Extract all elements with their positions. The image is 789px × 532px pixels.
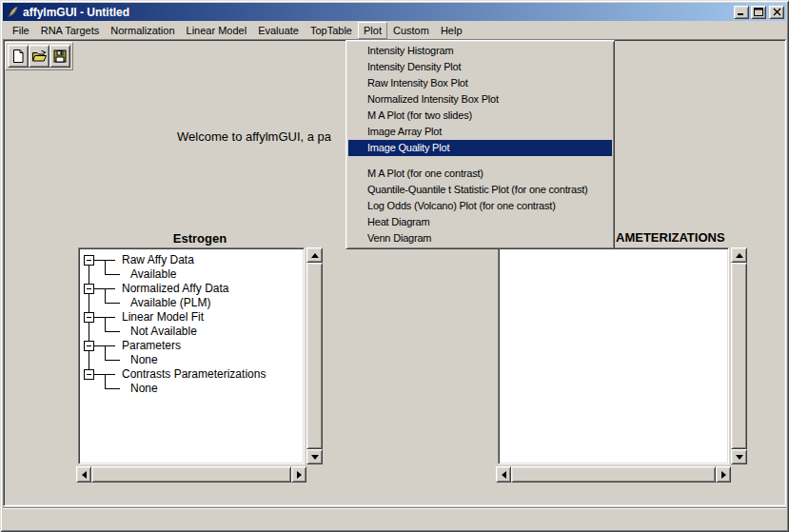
- scroll-thumb[interactable]: [731, 263, 747, 449]
- menu-custom[interactable]: Custom: [387, 22, 435, 39]
- menu-item-image-quality-plot[interactable]: Image Quality Plot: [348, 140, 612, 156]
- tree-node-label[interactable]: Raw Affy Data: [122, 253, 194, 267]
- menu-item-intensity-histogram[interactable]: Intensity Histogram: [348, 43, 612, 59]
- scroll-left-button[interactable]: [76, 466, 91, 483]
- scroll-thumb[interactable]: [511, 466, 716, 483]
- tree-expand-box[interactable]: [84, 369, 94, 380]
- new-file-button[interactable]: [8, 45, 29, 68]
- app-window: affylmGUI - Untitled File RNA Targets No…: [0, 0, 789, 532]
- scroll-thumb[interactable]: [306, 263, 323, 449]
- status-tree-listbox[interactable]: Raw Affy Data Available Normalized Affy …: [78, 247, 305, 464]
- menu-item-image-array-plot[interactable]: Image Array Plot: [348, 124, 612, 140]
- menu-toptable[interactable]: TopTable: [305, 22, 358, 39]
- menu-item-venn-diagram[interactable]: Venn Diagram: [348, 230, 612, 246]
- menu-item-ma-plot-two-slides[interactable]: M A Plot (for two slides): [348, 108, 612, 124]
- tree-line: [105, 288, 106, 303]
- arrow-right-icon: [297, 471, 302, 479]
- menu-normalization[interactable]: Normalization: [105, 22, 180, 39]
- welcome-text: Welcome to affylmGUI, a pa: [177, 129, 331, 144]
- menu-plot[interactable]: Plot: [358, 22, 387, 39]
- left-horizontal-scrollbar[interactable]: [76, 466, 306, 483]
- arrow-left-icon: [502, 471, 506, 479]
- new-document-icon: [10, 49, 26, 64]
- menu-item-raw-intensity-box-plot[interactable]: Raw Intensity Box Plot: [348, 75, 612, 91]
- scroll-left-button[interactable]: [496, 466, 511, 483]
- tree-line: [105, 360, 120, 361]
- maximize-icon: [754, 8, 763, 16]
- window-title: affylmGUI - Untitled: [23, 6, 732, 19]
- scroll-down-button[interactable]: [731, 449, 747, 464]
- maximize-button[interactable]: [751, 6, 766, 19]
- open-folder-icon: [31, 49, 48, 64]
- tree-expand-box[interactable]: [84, 312, 94, 323]
- tree-node-status[interactable]: None: [130, 382, 158, 396]
- arrow-left-icon: [82, 471, 87, 479]
- menu-item-log-odds-volcano-plot[interactable]: Log Odds (Volcano) Plot (for one contras…: [348, 198, 612, 214]
- menu-linear-model[interactable]: Linear Model: [181, 22, 253, 39]
- right-vertical-scrollbar[interactable]: [731, 247, 747, 464]
- tree-line: [105, 388, 120, 389]
- menu-help[interactable]: Help: [435, 22, 468, 39]
- tree-line: [105, 317, 106, 331]
- menu-item-intensity-density-plot[interactable]: Intensity Density Plot: [348, 59, 612, 75]
- arrow-up-icon: [311, 253, 319, 258]
- left-panel-title: Estrogen: [76, 231, 324, 246]
- feather-icon: [6, 5, 20, 19]
- menu-file[interactable]: File: [7, 22, 35, 39]
- tree-node-label[interactable]: Linear Model Fit: [122, 310, 204, 325]
- titlebar[interactable]: affylmGUI - Untitled: [3, 3, 786, 21]
- tree-node-status[interactable]: Not Available: [130, 325, 197, 339]
- status-bar: [3, 507, 786, 526]
- tree-node-status[interactable]: None: [130, 353, 158, 367]
- status-tree: Raw Affy Data Available Normalized Affy …: [81, 250, 302, 462]
- arrow-up-icon: [736, 253, 743, 258]
- tree-node-label[interactable]: Contrasts Parameterizations: [122, 367, 266, 382]
- menubar: File RNA Targets Normalization Linear Mo…: [3, 21, 786, 39]
- scroll-up-button[interactable]: [731, 247, 747, 263]
- minimize-button[interactable]: [734, 6, 749, 19]
- tree-expand-box[interactable]: [84, 255, 94, 266]
- tree-node-label[interactable]: Parameters: [122, 339, 181, 353]
- tree-expand-box[interactable]: [84, 341, 94, 351]
- tree-node-status[interactable]: Available: [130, 267, 176, 282]
- tree-line: [105, 303, 120, 304]
- tree-line: [105, 331, 120, 332]
- tree-line: [105, 345, 106, 360]
- right-horizontal-scrollbar[interactable]: [496, 466, 731, 483]
- toolbar: [5, 42, 73, 70]
- tree-line: [105, 274, 120, 275]
- arrow-down-icon: [736, 455, 743, 460]
- close-button[interactable]: [769, 6, 784, 19]
- scroll-up-button[interactable]: [306, 247, 323, 263]
- save-file-button[interactable]: [49, 45, 70, 68]
- scroll-thumb[interactable]: [91, 466, 291, 483]
- scroll-right-button[interactable]: [291, 466, 306, 483]
- minimize-icon: [737, 8, 746, 16]
- close-icon: [773, 8, 781, 16]
- arrow-right-icon: [721, 471, 726, 479]
- scroll-right-button[interactable]: [716, 466, 731, 483]
- menu-item-heat-diagram[interactable]: Heat Diagram: [348, 214, 612, 230]
- menu-item-ma-plot-one-contrast[interactable]: M A Plot (for one contrast): [348, 166, 612, 182]
- left-vertical-scrollbar[interactable]: [306, 247, 323, 464]
- menu-item-qq-t-statistic-plot[interactable]: Quantile-Quantile t Statistic Plot (for …: [348, 182, 612, 198]
- save-floppy-icon: [52, 49, 68, 64]
- menu-separator: [348, 156, 612, 166]
- tree-node-label[interactable]: Normalized Affy Data: [122, 282, 229, 296]
- tree-node-status[interactable]: Available (PLM): [130, 296, 210, 310]
- tree-line: [105, 260, 106, 274]
- scroll-down-button[interactable]: [306, 449, 323, 464]
- menu-rna-targets[interactable]: RNA Targets: [35, 22, 106, 39]
- open-file-button[interactable]: [29, 45, 49, 68]
- tree-expand-box[interactable]: [84, 284, 94, 294]
- menu-item-normalized-intensity-box-plot[interactable]: Normalized Intensity Box Plot: [348, 91, 612, 108]
- arrow-down-icon: [311, 455, 319, 460]
- menu-evaluate[interactable]: Evaluate: [252, 22, 305, 39]
- right-panel-title: AMETERIZATIONS: [616, 230, 725, 245]
- contrasts-listbox[interactable]: [498, 247, 729, 464]
- plot-dropdown-menu: Intensity Histogram Intensity Density Pl…: [345, 40, 615, 249]
- tree-line: [105, 374, 106, 388]
